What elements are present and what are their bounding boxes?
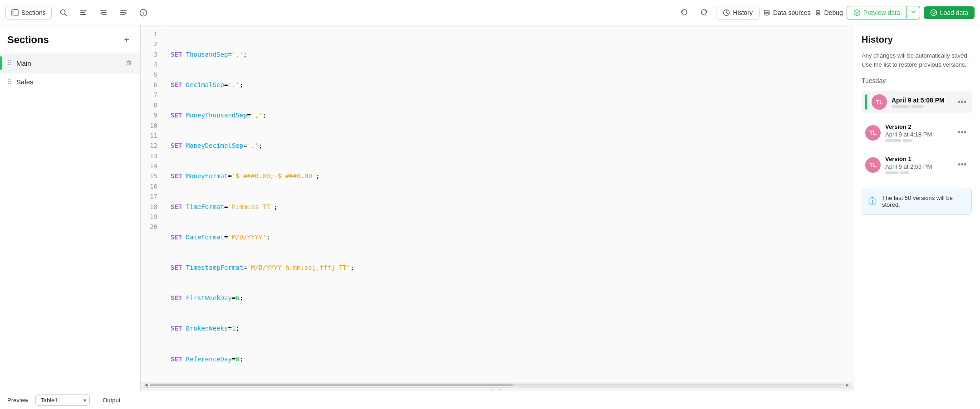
code-content[interactable]: SET ThousandSep=','; SET DecimalSep='.';…: [163, 29, 853, 382]
history-entry-date-v1: April 9 at 2:59 PM: [885, 163, 951, 170]
history-entry-info-v1: Version 1 April 9 at 2:59 PM: [885, 156, 951, 174]
code-editor: 12345 678910 1112131415 1617181920 SET T…: [141, 25, 853, 382]
preview-data-label: Preview data: [863, 9, 900, 16]
sidebar-add-button[interactable]: +: [120, 34, 133, 46]
history-entry-preview-v1: [885, 171, 951, 174]
datasources-icon: [763, 9, 770, 16]
history-entry-v2[interactable]: TL Version 2 April 9 at 4:18 PM •••: [862, 120, 972, 146]
sidebar-delete-main-button[interactable]: [123, 57, 135, 69]
format-icon: [79, 9, 88, 17]
load-data-button[interactable]: Load data: [924, 6, 975, 19]
history-entry-date-v2: April 9 at 4:18 PM: [885, 131, 951, 138]
info-icon: ⓘ: [868, 196, 877, 207]
sections-toggle-button[interactable]: Sections: [5, 6, 52, 19]
svg-rect-12: [120, 14, 125, 15]
preview-block: [902, 139, 912, 142]
preview-icon: [853, 9, 861, 16]
scrollbar-left-arrow[interactable]: ◀: [142, 382, 150, 387]
sidebar: Sections + ⠿ Main ⠿ Sales: [0, 25, 141, 391]
preview-block: [911, 105, 924, 108]
history-entry-version-v2: Version 2: [885, 123, 951, 130]
history-icon: [723, 9, 730, 16]
scrollbar-thumb[interactable]: [150, 384, 513, 386]
history-entry-preview-current: [892, 105, 951, 108]
preview-data-button[interactable]: Preview data: [847, 6, 907, 19]
active-indicator: [0, 56, 2, 70]
svg-point-16: [764, 10, 769, 12]
svg-point-18: [854, 10, 860, 15]
sections-button-label: Sections: [21, 9, 46, 16]
history-avatar-current: TL: [872, 94, 887, 110]
history-entry-info-v2: Version 2 April 9 at 4:18 PM: [885, 123, 951, 142]
sidebar-header: Sections +: [0, 25, 140, 53]
history-more-button-current[interactable]: •••: [956, 97, 968, 107]
load-data-icon: [930, 9, 937, 16]
preview-label: Preview: [7, 397, 28, 404]
svg-rect-6: [80, 14, 86, 15]
table-select-wrapper: Table1 ▾: [35, 394, 90, 406]
svg-text:?: ?: [142, 10, 145, 15]
history-entry-time-current: April 9 at 5:08 PM: [892, 97, 951, 104]
scrollbar-track: [150, 384, 844, 386]
history-avatar-v2: TL: [865, 125, 881, 141]
resize-dots: — —: [490, 387, 504, 391]
chevron-down-icon: [911, 9, 916, 15]
svg-line-3: [64, 14, 67, 16]
format-button[interactable]: [75, 5, 92, 21]
toolbar: Sections: [0, 0, 980, 25]
bottom-bar: Preview Table1 ▾ Output: [0, 391, 980, 409]
history-button[interactable]: History: [716, 6, 760, 19]
redo-button[interactable]: [696, 5, 712, 21]
history-panel-title: History: [862, 34, 972, 45]
table-select[interactable]: Table1: [35, 394, 90, 406]
indent-left-button[interactable]: [115, 5, 132, 21]
svg-rect-5: [80, 12, 85, 13]
sidebar-title: Sections: [7, 34, 49, 46]
drag-handle-main[interactable]: ⠿: [5, 59, 14, 67]
help-button[interactable]: ?: [135, 5, 152, 21]
output-label[interactable]: Output: [97, 395, 126, 405]
history-entry-version-v1: Version 1: [885, 156, 951, 162]
preview-block: [885, 139, 901, 142]
svg-rect-4: [80, 10, 87, 11]
svg-rect-9: [102, 14, 107, 15]
history-entry-v1[interactable]: TL Version 1 April 9 at 2:59 PM •••: [862, 152, 972, 178]
history-active-bar: [865, 94, 867, 110]
history-day-label: Tuesday: [862, 77, 972, 84]
sections-icon: [11, 9, 19, 16]
sidebar-item-label-main: Main: [16, 59, 120, 67]
svg-point-19: [931, 10, 936, 15]
svg-rect-1: [12, 10, 14, 16]
svg-rect-17: [816, 10, 820, 15]
history-info-text: The last 50 versions will be stored.: [882, 195, 965, 208]
drag-handle-sales[interactable]: ⠿: [5, 78, 14, 86]
undo-button[interactable]: [676, 5, 692, 21]
search-button[interactable]: [55, 5, 72, 21]
load-data-label: Load data: [940, 9, 968, 16]
resize-handle[interactable]: — —: [141, 387, 853, 391]
datasources-button[interactable]: Data sources: [763, 9, 810, 16]
indent-right-button[interactable]: [95, 5, 112, 21]
preview-data-group: Preview data: [847, 6, 920, 19]
scrollbar-right-arrow[interactable]: ▶: [844, 382, 851, 387]
history-more-button-v1[interactable]: •••: [956, 160, 968, 170]
indent-left-icon: [119, 9, 127, 17]
preview-data-chevron-button[interactable]: [907, 6, 920, 19]
history-entry-preview-v2: [885, 139, 951, 142]
toolbar-left: Sections: [5, 5, 152, 21]
debug-button[interactable]: Debug: [814, 9, 843, 16]
sidebar-item-label-sales: Sales: [16, 78, 135, 86]
editor-scroll[interactable]: 12345 678910 1112131415 1617181920 SET T…: [141, 25, 853, 382]
sidebar-item-main[interactable]: ⠿ Main: [0, 53, 140, 73]
history-entry-current[interactable]: TL April 9 at 5:08 PM •••: [862, 91, 972, 113]
line-numbers: 12345 678910 1112131415 1617181920: [141, 29, 163, 382]
toolbar-right: History Data sources Debug Pre: [676, 5, 975, 21]
history-button-label: History: [733, 9, 753, 16]
datasources-button-label: Data sources: [773, 9, 810, 16]
history-more-button-v2[interactable]: •••: [956, 128, 968, 137]
svg-rect-10: [120, 10, 127, 11]
history-avatar-v1: TL: [865, 157, 881, 173]
search-icon: [59, 9, 68, 17]
sidebar-item-sales[interactable]: ⠿ Sales: [0, 73, 140, 90]
history-subtitle: Any changes will be automatically saved.…: [862, 51, 972, 69]
